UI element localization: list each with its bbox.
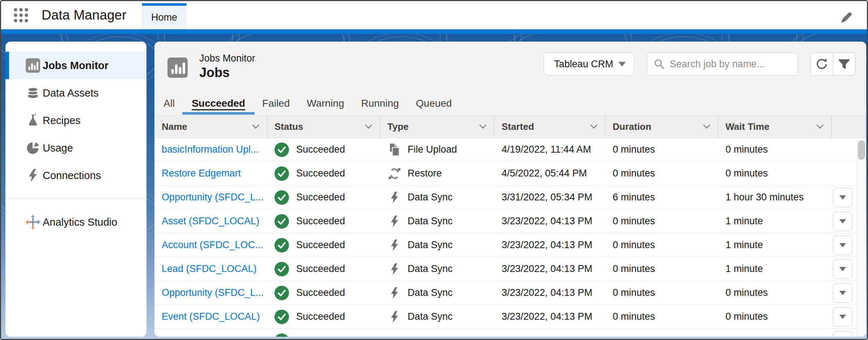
row-actions-dropdown-button[interactable] xyxy=(833,188,852,207)
column-header-started[interactable]: Started xyxy=(494,116,605,137)
cell-actions xyxy=(831,138,857,161)
column-header-wait-time[interactable]: Wait Time xyxy=(718,116,831,137)
cell-actions xyxy=(831,305,857,328)
tab-queued[interactable]: Queued xyxy=(416,92,452,115)
row-actions-dropdown-button[interactable] xyxy=(833,331,852,337)
type-label: Data Sync xyxy=(408,239,453,251)
cell-status: Succeeded xyxy=(267,281,380,305)
type-label: Data Sync xyxy=(408,287,453,298)
row-actions-dropdown-button[interactable] xyxy=(833,235,852,255)
tab-warning[interactable]: Warning xyxy=(307,92,344,115)
cell-wait-time-value: 1 hour 30 minutes xyxy=(726,192,804,203)
cell-started-value: 3/23/2022, 04:13 PM xyxy=(502,287,592,298)
cell-status: Succeeded xyxy=(267,233,380,257)
cell-name: Opportunity (SFDC_L... xyxy=(154,186,267,209)
cell-status: Succeeded xyxy=(267,138,380,161)
jobs-table-body: basicInformation Upl...SucceededFile Upl… xyxy=(154,138,866,337)
cell-type xyxy=(380,329,494,337)
sidebar-item-connections[interactable]: Connections xyxy=(5,162,146,189)
filter-button[interactable] xyxy=(833,53,855,75)
data-sync-icon xyxy=(387,262,402,276)
pencil-icon[interactable] xyxy=(839,10,854,25)
cell-wait-time-value: 0 minutes xyxy=(726,311,768,322)
success-check-icon xyxy=(275,214,289,229)
column-header-type[interactable]: Type xyxy=(380,116,494,137)
column-header-name[interactable]: Name xyxy=(154,116,267,137)
toolbar-button-group xyxy=(810,52,855,76)
success-check-icon xyxy=(275,333,289,337)
tab-all[interactable]: All xyxy=(163,92,175,115)
sidebar-item-jobs-monitor[interactable]: Jobs Monitor xyxy=(5,52,146,79)
job-name-link[interactable]: Opportunity (SFDC_L... xyxy=(162,287,264,298)
success-check-icon xyxy=(275,262,289,276)
cell-wait-time-value: 0 minutes xyxy=(726,287,768,298)
cell-started-value: 3/23/2022, 04:13 PM xyxy=(502,239,592,251)
sidebar-item-usage[interactable]: Usage xyxy=(5,134,146,162)
refresh-button[interactable] xyxy=(811,53,833,75)
column-header-label: Started xyxy=(502,121,534,132)
cell-actions xyxy=(831,257,857,281)
data-sync-icon xyxy=(387,286,402,300)
cell-started: 3/23/2022, 04:13 PM xyxy=(494,257,605,281)
job-name-link[interactable]: basicInformation Upl... xyxy=(162,144,259,155)
cell-duration: 0 minutes xyxy=(605,281,718,305)
tableau-logo-icon xyxy=(25,214,41,230)
chevron-down-icon xyxy=(365,124,373,129)
cell-wait-time: 1 minute xyxy=(718,257,831,281)
tab-running[interactable]: Running xyxy=(361,92,399,115)
tab-failed[interactable]: Failed xyxy=(262,92,290,115)
status-label: Succeeded xyxy=(296,168,345,179)
cell-duration-value: 0 minutes xyxy=(613,144,655,155)
sidebar-item-analytics-studio[interactable]: Analytics Studio xyxy=(5,208,146,236)
sidebar-item-recipes[interactable]: Recipes xyxy=(5,107,146,134)
tab-home-label: Home xyxy=(151,12,177,23)
cell-wait-time: 1 hour 30 minutes xyxy=(718,186,831,209)
job-name-link[interactable]: Restore Edgemart xyxy=(162,168,241,179)
data-sync-icon xyxy=(387,310,402,324)
sidebar-item-label: Analytics Studio xyxy=(43,216,117,228)
triangle-down-icon xyxy=(839,219,846,224)
row-actions-dropdown-button[interactable] xyxy=(833,283,852,303)
chevron-down-icon xyxy=(252,124,260,129)
table-row: Account (SFDC_LOC...SucceededData Sync3/… xyxy=(154,233,857,257)
table-row: basicInformation Upl...SucceededFile Upl… xyxy=(154,138,857,162)
cell-name: Event (SFDC_LOCAL) xyxy=(154,305,267,328)
row-actions-dropdown-button[interactable] xyxy=(833,259,852,279)
cell-type: File Upload xyxy=(380,138,494,161)
job-name-link[interactable]: Opportunity (SFDC_L... xyxy=(162,192,264,203)
job-name-link[interactable]: Asset (SFDC_LOCAL) xyxy=(162,216,259,227)
app-launcher-waffle-icon[interactable] xyxy=(13,8,30,23)
app-selector-value: Tableau CRM xyxy=(554,59,613,70)
cell-started: 4/19/2022, 11:44 AM xyxy=(494,138,605,161)
job-name-link[interactable]: Account (SFDC_LOC... xyxy=(162,239,263,251)
column-header-duration[interactable]: Duration xyxy=(605,116,718,137)
cell-wait-time: 0 minutes xyxy=(718,281,831,305)
row-actions-dropdown-button[interactable] xyxy=(833,307,852,327)
tab-home[interactable]: Home xyxy=(142,3,187,29)
cell-actions xyxy=(831,209,857,233)
cell-wait-time-value: 1 minute xyxy=(726,263,763,275)
cell-type: Data Sync xyxy=(380,186,494,209)
column-header-status[interactable]: Status xyxy=(267,116,380,137)
sidebar-item-data-assets[interactable]: Data Assets xyxy=(5,79,146,107)
cell-status: Succeeded xyxy=(267,305,380,328)
sidebar-footer-nav: Analytics Studio xyxy=(5,199,146,236)
column-header-actions xyxy=(831,116,866,137)
search-input[interactable] xyxy=(669,58,791,70)
cell-actions xyxy=(831,329,857,337)
app-selector-dropdown[interactable]: Tableau CRM xyxy=(544,52,634,76)
table-row: Asset (SFDC_LOCAL)SucceededData Sync3/23… xyxy=(154,209,857,233)
job-name-link[interactable]: Lead (SFDC_LOCAL) xyxy=(162,263,257,275)
cell-duration: 0 minutes xyxy=(605,162,718,185)
success-check-icon xyxy=(275,166,289,181)
type-label: Restore xyxy=(408,168,442,179)
cell-wait-time: 1 minute xyxy=(718,233,831,257)
job-name-link[interactable]: Event (SFDC_LOCAL) xyxy=(162,311,260,322)
scrollbar-thumb[interactable] xyxy=(858,140,865,160)
row-actions-dropdown-button[interactable] xyxy=(833,212,852,231)
tab-succeeded[interactable]: Succeeded xyxy=(192,92,245,115)
cell-wait-time-value: 0 minutes xyxy=(726,168,768,179)
success-check-icon xyxy=(275,143,289,157)
status-label: Succeeded xyxy=(296,192,345,203)
cell-duration: 0 minutes xyxy=(605,257,718,281)
